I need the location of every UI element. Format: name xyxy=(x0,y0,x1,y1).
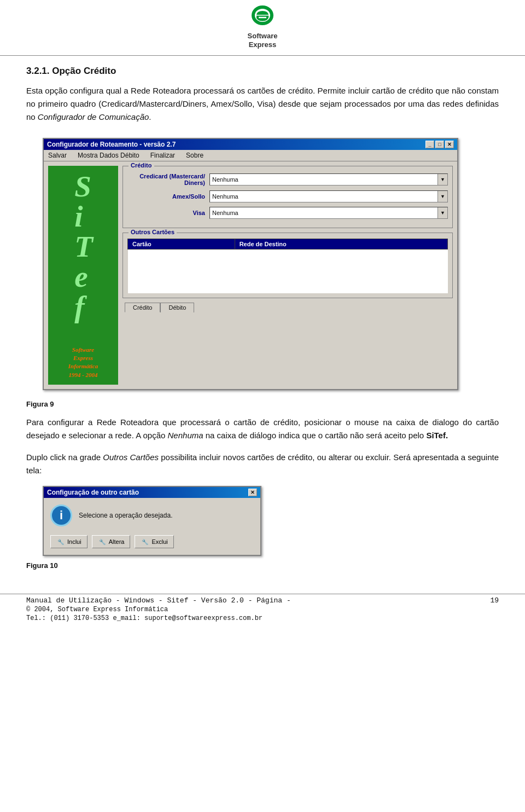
logo-icon xyxy=(248,5,277,32)
paragraph1: Esta opção configura qual a Rede Roteado… xyxy=(26,84,499,124)
altera-icon: 🔧 xyxy=(98,537,107,546)
sitef-panel: SiTef Software Express Informática 1994 … xyxy=(48,166,118,385)
dialog1-menubar: Salvar Mostra Dados Débito Finalizar Sob… xyxy=(44,150,457,161)
minimize-button[interactable]: _ xyxy=(425,141,434,148)
menu-mostra-dados[interactable]: Mostra Dados Débito xyxy=(75,151,142,160)
visa-dropdown-arrow[interactable]: ▼ xyxy=(438,207,447,218)
col-rede: Rede de Destino xyxy=(235,239,447,250)
visa-label: Visa xyxy=(127,210,209,216)
outros-empty-row xyxy=(128,250,448,293)
info-icon: i xyxy=(50,504,72,526)
tab-credito[interactable]: Crédito xyxy=(125,303,160,312)
footer-page-number: 19 xyxy=(490,596,499,605)
outros-groupbox: Outros Cartões Cartão Rede de Destino xyxy=(122,233,453,298)
figure10-caption: Figura 10 xyxy=(26,561,499,570)
dialog1-tabs: Crédito Débito xyxy=(122,303,453,312)
info-row: i Selecione a operação desejada. xyxy=(50,504,254,526)
exclui-icon: 🔧 xyxy=(141,537,149,546)
menu-sobre[interactable]: Sobre xyxy=(184,151,206,160)
dialog2: Configuração de outro cartão ✕ i Selecio… xyxy=(43,486,261,556)
dialog1-right-panel: Crédito Credicard (Mastercard/ Diners) N… xyxy=(122,166,453,385)
dialog2-buttons: 🔧 Inclui 🔧 Altera 🔧 Exclui xyxy=(50,535,254,548)
amex-select-value: Nenhuma xyxy=(210,193,241,200)
main-content: 3.2.1. Opção Crédito Esta opção configur… xyxy=(0,56,525,583)
visa-select[interactable]: Nenhuma ▼ xyxy=(209,207,448,219)
dialog1: Configurador de Roteamento - versão 2.7 … xyxy=(43,138,458,390)
close-button[interactable]: ✕ xyxy=(445,141,454,148)
dialog2-titlebar-buttons: ✕ xyxy=(248,489,257,496)
outros-table: Cartão Rede de Destino xyxy=(127,239,448,293)
dialog2-close-button[interactable]: ✕ xyxy=(248,489,257,496)
visa-select-value: Nenhuma xyxy=(210,209,241,217)
exclui-button[interactable]: 🔧 Exclui xyxy=(135,535,173,548)
header: Software Express xyxy=(0,0,525,56)
dialog2-container: Configuração de outro cartão ✕ i Selecio… xyxy=(43,486,499,556)
credicard-dropdown-arrow[interactable]: ▼ xyxy=(438,174,447,185)
footer-contact: Tel.: (011) 3170-5353 e_mail: suporte@so… xyxy=(26,614,499,622)
credicard-select[interactable]: Nenhuma ▼ xyxy=(209,173,448,185)
dialog2-title: Configuração de outro cartão xyxy=(47,489,139,496)
credicard-row: Credicard (Mastercard/ Diners) Nenhuma ▼ xyxy=(127,173,448,186)
tab-debito[interactable]: Débito xyxy=(160,303,194,312)
sitef-logo-letters: SiTef xyxy=(74,171,92,322)
paragraph3: Duplo click na grade Outros Cartões poss… xyxy=(26,451,499,477)
credito-groupbox: Crédito Credicard (Mastercard/ Diners) N… xyxy=(122,166,453,228)
col-cartao: Cartão xyxy=(128,239,235,250)
altera-button[interactable]: 🔧 Altera xyxy=(92,535,131,548)
footer-manual-text: Manual de Utilização - Windows - Sitef -… xyxy=(26,596,291,605)
amex-select[interactable]: Nenhuma ▼ xyxy=(209,190,448,202)
footer-row1: Manual de Utilização - Windows - Sitef -… xyxy=(26,596,499,605)
dialog2-body: i Selecione a operação desejada. 🔧 Inclu… xyxy=(44,498,260,555)
sitef-bottom-text: Software Express Informática 1994 - 2004 xyxy=(68,346,98,380)
amex-dropdown-arrow[interactable]: ▼ xyxy=(438,191,447,202)
info-text: Selecione a operação desejada. xyxy=(79,512,172,519)
menu-finalizar[interactable]: Finalizar xyxy=(148,151,177,160)
footer-copyright: © 2004, Software Express Informática xyxy=(26,606,499,613)
dialog1-titlebar: Configurador de Roteamento - versão 2.7 … xyxy=(44,139,457,150)
dialog2-titlebar: Configuração de outro cartão ✕ xyxy=(44,487,260,498)
dialog1-container: Configurador de Roteamento - versão 2.7 … xyxy=(43,138,458,390)
titlebar-buttons: _ □ ✕ xyxy=(425,141,454,148)
credicard-label: Credicard (Mastercard/ Diners) xyxy=(127,173,209,186)
maximize-button[interactable]: □ xyxy=(435,141,444,148)
inclui-icon: 🔧 xyxy=(56,537,65,546)
menu-salvar[interactable]: Salvar xyxy=(46,151,69,160)
footer: Manual de Utilização - Windows - Sitef -… xyxy=(0,594,525,624)
header-divider xyxy=(0,55,525,56)
section-title: 3.2.1. Opção Crédito xyxy=(26,66,499,77)
inclui-button[interactable]: 🔧 Inclui xyxy=(50,535,88,548)
outros-group-label: Outros Cartões xyxy=(129,229,177,235)
dialog1-body: SiTef Software Express Informática 1994 … xyxy=(44,161,457,389)
logo-text: Software Express xyxy=(248,32,278,49)
figure9-caption: Figura 9 xyxy=(26,400,499,408)
logo-container: Software Express xyxy=(248,5,278,49)
paragraph2: Para configurar a Rede Roteadora que pro… xyxy=(26,416,499,442)
visa-row: Visa Nenhuma ▼ xyxy=(127,207,448,219)
dialog1-title: Configurador de Roteamento - versão 2.7 xyxy=(47,141,176,148)
amex-row: Amex/Sollo Nenhuma ▼ xyxy=(127,190,448,202)
amex-label: Amex/Sollo xyxy=(127,193,209,200)
credicard-select-value: Nenhuma xyxy=(210,176,241,183)
credito-group-label: Crédito xyxy=(129,162,154,169)
